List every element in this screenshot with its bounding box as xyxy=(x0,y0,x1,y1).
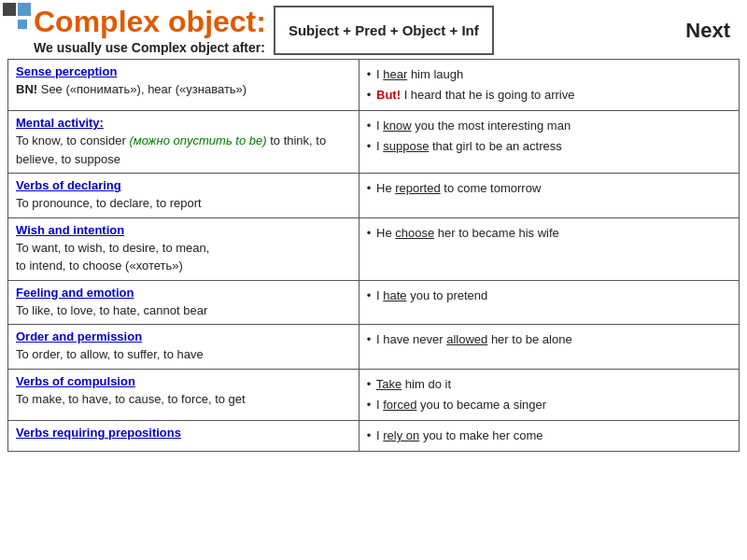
example-cell: • I hate you to pretend xyxy=(359,280,739,325)
category-description: To want, to wish, to desire, to mean, to… xyxy=(16,241,209,273)
category-label: Mental activity: xyxy=(16,116,351,130)
example-text: • I hear him laugh xyxy=(367,64,731,85)
subtitle: We usually use Complex object after: xyxy=(34,40,266,55)
example-text: • I hate you to pretend xyxy=(367,286,731,306)
example-text: • He reported to come tomorrow xyxy=(367,178,731,199)
category-cell: Verbs of declaring To pronounce, to decl… xyxy=(8,174,359,218)
category-label: Verbs of declaring xyxy=(16,178,351,192)
formula-box: Subject + Pred + Object + Inf xyxy=(274,6,494,55)
category-label: Wish and intention xyxy=(16,223,351,237)
example-text: • He choose her to became his wife xyxy=(367,223,731,244)
example-text: • I know you the most interesting man xyxy=(367,116,731,136)
table-row: Verbs of declaring To pronounce, to decl… xyxy=(8,174,740,218)
example-cell: • I know you the most interesting man • … xyxy=(359,111,739,174)
example-cell: • He reported to come tomorrow xyxy=(359,174,739,218)
category-description: To know, to consider (можно опустить to … xyxy=(16,133,326,166)
example-text: • Take him do it xyxy=(367,374,731,395)
category-cell: Sense perception BN! See («понимать»), h… xyxy=(8,60,359,111)
next-button[interactable]: Next xyxy=(676,6,740,55)
category-description: To order, to allow, to suffer, to have xyxy=(16,347,204,361)
example-text: • I have never allowed her to be alone xyxy=(367,329,731,350)
table-row: Feeling and emotion To like, to love, to… xyxy=(8,280,740,325)
decorative-squares xyxy=(0,0,34,32)
category-cell: Verbs of compulsion To make, to have, to… xyxy=(8,369,359,420)
table-row: Wish and intention To want, to wish, to … xyxy=(8,217,740,280)
category-cell: Order and permission To order, to allow,… xyxy=(8,325,359,370)
category-description: To make, to have, to cause, to force, to… xyxy=(16,392,246,406)
table-row: Order and permission To order, to allow,… xyxy=(8,325,740,370)
example-cell: • He choose her to became his wife xyxy=(359,217,739,280)
complex-object-table: Sense perception BN! See («понимать»), h… xyxy=(7,59,740,452)
category-description: BN! See («понимать»), hear («узнавать») xyxy=(16,82,247,96)
category-description: To pronounce, to declare, to report xyxy=(16,196,202,210)
main-table-wrapper: Sense perception BN! See («понимать»), h… xyxy=(0,59,747,459)
category-label: Feeling and emotion xyxy=(16,286,351,300)
example-cell: • I hear him laugh • But! I heard that h… xyxy=(359,60,739,111)
example-text: • I rely on you to make her come xyxy=(367,426,731,446)
table-row: Verbs requiring prepositions • I rely on… xyxy=(8,421,740,452)
example-cell: • I have never allowed her to be alone xyxy=(359,325,739,370)
example-text: • I forced you to became a singer xyxy=(367,395,731,415)
category-label: Verbs of compulsion xyxy=(16,374,351,388)
category-label: Sense perception xyxy=(16,64,351,78)
category-cell: Mental activity: To know, to consider (м… xyxy=(8,111,359,174)
table-row: Verbs of compulsion To make, to have, to… xyxy=(8,369,740,420)
table-row: Sense perception BN! See («понимать»), h… xyxy=(8,60,740,111)
category-cell: Feeling and emotion To like, to love, to… xyxy=(8,280,359,325)
category-description: To like, to love, to hate, cannot bear xyxy=(16,303,207,317)
main-title: Complex object: xyxy=(34,6,266,38)
category-label: Verbs requiring prepositions xyxy=(16,426,351,440)
example-cell: • I rely on you to make her come xyxy=(359,421,739,452)
example-text: • I suppose that girl to be an actress xyxy=(367,136,731,157)
example-cell: • Take him do it • I forced you to becam… xyxy=(359,369,739,420)
category-cell: Wish and intention To want, to wish, to … xyxy=(8,217,359,280)
example-text: • But! I heard that he is going to arriv… xyxy=(367,85,731,105)
category-cell: Verbs requiring prepositions xyxy=(8,421,359,452)
table-row: Mental activity: To know, to consider (м… xyxy=(8,111,740,174)
category-label: Order and permission xyxy=(16,329,351,343)
